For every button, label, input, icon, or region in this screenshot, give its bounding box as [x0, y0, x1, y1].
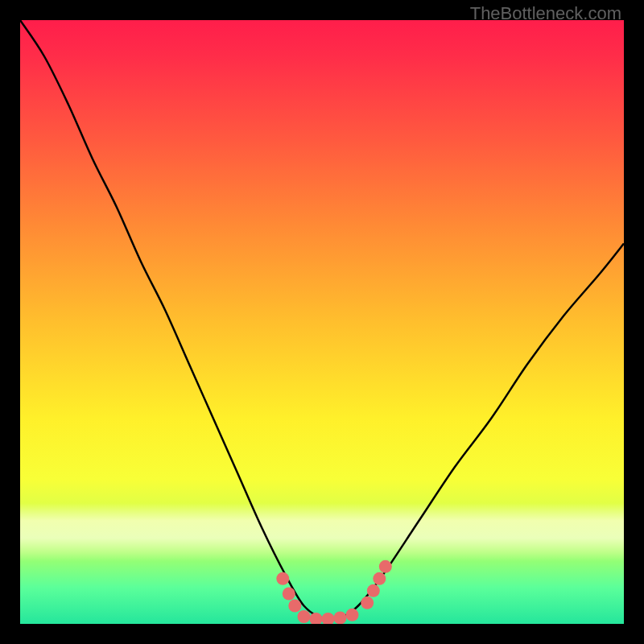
curve-marker	[276, 572, 289, 585]
curve-marker	[373, 572, 386, 585]
curve-marker	[310, 613, 323, 624]
curve-marker	[367, 584, 380, 597]
curve-marker	[298, 610, 311, 623]
curve-marker	[361, 597, 374, 609]
curve-layer	[20, 20, 624, 624]
curve-markers	[276, 560, 392, 624]
curve-marker	[283, 588, 295, 601]
curve-marker	[322, 613, 335, 624]
curve-marker	[379, 560, 392, 573]
curve-marker	[334, 612, 347, 625]
curve-marker	[346, 609, 359, 621]
watermark-text: TheBottleneck.com	[470, 3, 621, 24]
curve-marker	[288, 600, 301, 613]
plot-area	[20, 20, 624, 624]
chart-frame: TheBottleneck.com	[0, 0, 644, 644]
bottleneck-curve	[20, 20, 624, 619]
